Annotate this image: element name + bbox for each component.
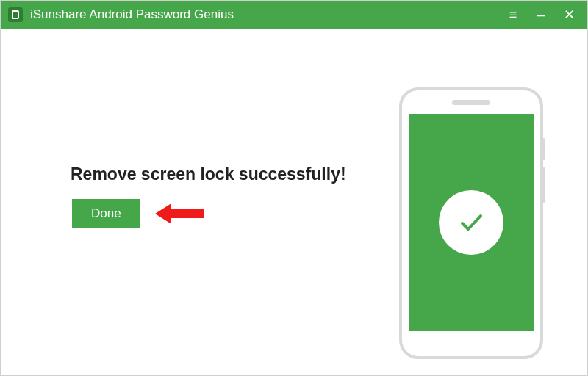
menu-icon[interactable]: ≡ [506, 8, 520, 21]
success-check-icon [439, 190, 503, 255]
phone-side-button-icon [542, 138, 545, 160]
minimize-button[interactable]: – [534, 8, 548, 21]
arrow-annotation-icon [155, 199, 207, 228]
close-button[interactable]: ✕ [562, 8, 576, 21]
app-logo-icon [8, 7, 23, 22]
phone-illustration [399, 87, 543, 359]
phone-side-button-icon [542, 167, 545, 203]
app-title: iSunshare Android Password Genius [30, 7, 506, 22]
phone-screen [409, 114, 534, 331]
done-button[interactable]: Done [72, 199, 140, 228]
success-message: Remove screen lock successfully! [71, 164, 346, 184]
window-controls: ≡ – ✕ [506, 8, 581, 21]
titlebar: iSunshare Android Password Genius ≡ – ✕ [1, 1, 587, 29]
svg-marker-0 [155, 203, 204, 224]
phone-speaker-icon [452, 100, 490, 105]
main-content: Remove screen lock successfully! Done [1, 29, 587, 376]
